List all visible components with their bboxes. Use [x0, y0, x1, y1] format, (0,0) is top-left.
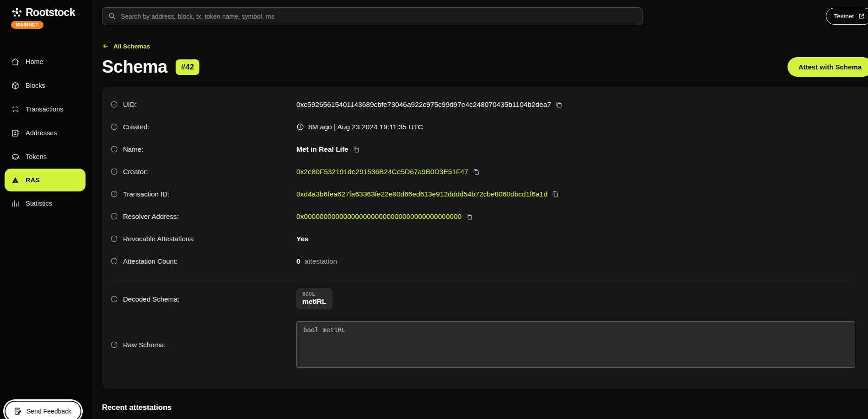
detail-row-resolver-address: Resolver Address: 0x00000000000000000000…: [110, 205, 855, 228]
resolver-address-label: Resolver Address:: [123, 212, 179, 220]
info-icon[interactable]: [110, 123, 118, 131]
info-icon[interactable]: [110, 257, 118, 265]
detail-row-transaction-id: Transaction ID: 0xd4a3b6fea627fa63363fe2…: [110, 183, 855, 205]
sidebar-item-label: RAS: [26, 176, 40, 184]
resolver-address-link[interactable]: 0x00000000000000000000000000000000000000…: [296, 212, 461, 221]
back-link-label: All Schemas: [113, 43, 150, 50]
detail-row-attestation-count: Attestation Count: 0 attestation: [110, 250, 855, 272]
info-icon[interactable]: [110, 190, 118, 198]
page-title: Schema: [102, 57, 167, 77]
uid-label: UID:: [123, 101, 137, 108]
section-divider: [110, 279, 855, 279]
raw-schema-textarea[interactable]: bool metIRL: [296, 321, 855, 368]
swap-arrows-icon: [11, 105, 20, 114]
decoded-schema-field: metIRL: [302, 297, 327, 306]
sidebar-item-statistics[interactable]: Statistics: [0, 191, 92, 215]
network-badge: MAINNET: [11, 21, 43, 29]
name-value: Met in Real Life: [296, 145, 348, 154]
network-switch-button[interactable]: Testnet: [826, 8, 868, 25]
transaction-id-link[interactable]: 0xd4a3b6fea627fa63363fe22e90d66ed613e912…: [296, 190, 547, 198]
creator-label: Creator:: [123, 168, 148, 175]
network-switch-label: Testnet: [834, 13, 854, 20]
feedback-label: Send Feedback: [27, 408, 71, 415]
uid-value: 0xc59265615401143689cbfe73046a922c975c99…: [296, 101, 551, 109]
sidebar-item-label: Tokens: [26, 153, 47, 160]
home-icon: [11, 58, 20, 66]
attestation-icon: [11, 176, 20, 185]
created-value: 8M ago | Aug 23 2024 19:11:35 UTC: [308, 123, 423, 131]
detail-row-creator: Creator: 0x2e80F532191de291536B24Ce5D67a…: [110, 160, 855, 183]
sidebar-item-addresses[interactable]: Addresses: [0, 121, 92, 145]
attestation-count-label: Attestation Count:: [123, 257, 177, 265]
detail-row-decoded-schema: Decoded Schema: BOOL metIRL: [110, 283, 855, 315]
search-input[interactable]: [102, 7, 643, 25]
copy-icon[interactable]: [466, 213, 473, 220]
sidebar-nav: Home Blocks Transactions Addresses Token…: [0, 50, 92, 215]
info-icon[interactable]: [110, 168, 118, 175]
bar-chart-icon: [11, 199, 20, 208]
copy-icon[interactable]: [552, 191, 559, 198]
detail-row-raw-schema: Raw Schema: bool metIRL: [110, 318, 855, 371]
copy-icon[interactable]: [555, 101, 563, 108]
rootstock-logo[interactable]: Rootstock: [11, 6, 92, 19]
sidebar-item-tokens[interactable]: Tokens: [0, 145, 92, 169]
info-icon[interactable]: [110, 101, 118, 108]
send-feedback-button[interactable]: Send Feedback: [5, 401, 81, 419]
address-book-icon: [11, 129, 20, 138]
arrow-left-icon: [102, 42, 109, 50]
creator-address-link[interactable]: 0x2e80F532191de291536B24Ce5D67a9B0D3E51F…: [296, 168, 468, 176]
info-icon[interactable]: [110, 212, 118, 220]
attestation-count-suffix: attestation: [305, 257, 338, 265]
sidebar-item-label: Home: [26, 58, 43, 65]
sidebar-item-home[interactable]: Home: [0, 50, 92, 74]
brand-name: Rootstock: [26, 6, 75, 19]
attestation-count-value: 0: [296, 257, 300, 265]
sidebar-item-label: Statistics: [26, 200, 52, 207]
raw-schema-label: Raw Schema:: [123, 341, 166, 349]
copy-icon[interactable]: [472, 168, 480, 175]
title-row: Schema #42 Attest with Schema: [102, 57, 868, 77]
name-label: Name:: [123, 145, 143, 153]
clock-icon: [296, 123, 304, 131]
sidebar-item-blocks[interactable]: Blocks: [0, 74, 92, 97]
sidebar-item-label: Blocks: [26, 82, 45, 89]
attest-with-schema-button[interactable]: Attest with Schema: [788, 57, 868, 77]
schema-number-badge: #42: [176, 59, 199, 75]
decoded-schema-label: Decoded Schema:: [123, 295, 179, 303]
coin-icon: [11, 153, 20, 161]
topbar: Testnet: [102, 7, 868, 25]
back-link-all-schemas[interactable]: All Schemas: [102, 42, 150, 50]
revocable-label: Revocable Attestations:: [123, 235, 195, 243]
decoded-schema-type: BOOL: [302, 291, 327, 297]
detail-row-uid: UID: 0xc59265615401143689cbfe73046a922c9…: [110, 93, 855, 116]
feedback-pencil-icon: [14, 407, 22, 415]
copy-icon[interactable]: [353, 146, 360, 153]
recent-attestations-heading: Recent attestations: [102, 403, 868, 412]
revocable-value: Yes: [296, 235, 309, 243]
cube-icon: [11, 81, 20, 90]
transaction-id-label: Transaction ID:: [123, 190, 169, 198]
search-box: [102, 7, 643, 25]
detail-row-name: Name: Met in Real Life: [110, 138, 855, 160]
rootstock-flower-icon: [11, 7, 23, 19]
info-icon[interactable]: [110, 235, 118, 243]
sidebar-item-label: Transactions: [26, 106, 63, 113]
sidebar: Rootstock MAINNET Home Blocks Transactio…: [0, 0, 92, 419]
schema-detail-panel: UID: 0xc59265615401143689cbfe73046a922c9…: [102, 87, 868, 389]
sidebar-item-label: Addresses: [26, 129, 57, 137]
sidebar-item-ras[interactable]: RAS: [5, 169, 86, 191]
detail-row-created: Created: 8M ago | Aug 23 2024 19:11:35 U…: [110, 116, 855, 138]
created-label: Created:: [123, 123, 150, 131]
detail-row-revocable: Revocable Attestations: Yes: [110, 228, 855, 250]
main-content: Testnet All Schemas Schema #42 Attest wi…: [92, 0, 868, 419]
decoded-schema-card: BOOL metIRL: [296, 288, 332, 309]
info-icon[interactable]: [110, 295, 118, 303]
sidebar-item-transactions[interactable]: Transactions: [0, 97, 92, 121]
info-icon[interactable]: [110, 341, 118, 349]
external-link-icon: [858, 13, 865, 20]
search-icon: [108, 12, 116, 20]
info-icon[interactable]: [110, 145, 118, 153]
